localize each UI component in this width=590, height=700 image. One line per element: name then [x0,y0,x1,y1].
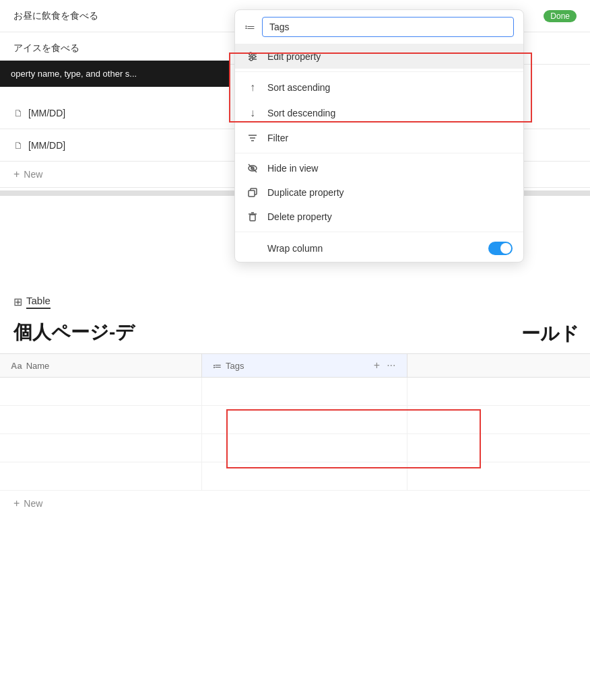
sliders-icon [246,51,259,62]
menu-item-sort-ascending[interactable]: ↑ Sort ascending [235,75,523,100]
plus-icon-bottom: + [13,497,20,510]
menu-item-edit-property[interactable]: Edit property [235,44,523,69]
col-header-name: Aa Name [0,354,202,377]
table-columns-header: Aa Name ≔ Tags + ··· [0,353,590,378]
divider-1 [235,71,523,72]
table-header: ⊞ Table [0,289,590,314]
menu-label-sort-descending: Sort descending [267,108,335,118]
col-header-tags[interactable]: ≔ Tags + ··· [202,354,407,377]
menu-item-wrap-column[interactable]: Wrap column [235,235,523,262]
table-title-row: 個人ページ-デ ールド [0,314,590,353]
svg-rect-14 [250,215,255,221]
new-label-bottom: New [24,498,42,509]
table-row [0,378,590,406]
name-cell-2 [0,406,202,433]
mmdd-value-1: [MM/DD] [28,108,65,118]
name-type-icon: Aa [11,361,22,371]
tags-cell-4 [202,462,407,490]
dropdown-search-row: ≔ [235,10,523,44]
table-data-rows [0,378,590,491]
plus-icon-top: + [13,168,20,180]
more-col-button[interactable]: ··· [387,359,395,372]
svg-point-4 [253,55,255,58]
japanese-text-1: お昼に飲食を食べる [13,10,98,22]
tags-cell-3 [202,434,407,462]
tags-cell-1 [202,378,407,405]
divider-3 [235,232,523,232]
table-grid-icon: ⊞ [13,295,22,308]
property-name-input[interactable] [262,17,514,37]
name-cell-1 [0,378,202,405]
menu-label-filter: Filter [267,133,288,143]
menu-label-wrap-column: Wrap column [267,243,323,254]
done-badge: Done [544,10,577,22]
table-row [0,462,590,491]
name-col-label: Name [26,361,50,371]
divider-2 [235,153,523,153]
menu-label-delete-property: Delete property [267,211,332,222]
tooltip-overlay: operty name, type, and other s... [0,61,229,87]
trash-icon [246,211,259,222]
add-col-button[interactable]: + [374,359,380,372]
filter-icon [246,133,259,143]
table-title-right: ールド [521,321,590,347]
menu-label-hide-in-view: Hide in view [267,163,318,174]
table-title-left: 個人ページ-デ [0,314,521,353]
menu-label-duplicate-property: Duplicate property [267,187,344,198]
extra-cell-1 [407,378,591,405]
japanese-text-2: アイスを食べる [13,42,79,55]
menu-item-sort-descending[interactable]: ↓ Sort descending [235,100,523,126]
arrow-down-icon: ↓ [246,107,259,119]
svg-point-3 [249,53,252,55]
extra-cell-3 [407,434,591,462]
menu-item-filter[interactable]: Filter [235,126,523,150]
svg-rect-13 [249,190,255,197]
table-row [0,406,590,434]
tags-col-label: Tags [226,361,244,371]
menu-label-sort-ascending: Sort ascending [267,82,330,93]
new-row-bottom[interactable]: + New [0,491,590,516]
name-cell-3 [0,434,202,462]
arrow-up-icon: ↑ [246,81,259,94]
table-row [0,434,590,462]
col-spacer [407,354,591,377]
eye-off-icon [246,163,259,174]
doc-icon-2: 🗋 [13,140,23,151]
doc-icon-1: 🗋 [13,108,23,118]
tags-type-icon: ≔ [213,361,222,371]
svg-point-5 [250,58,253,61]
new-label-top: New [24,169,42,180]
menu-item-delete-property[interactable]: Delete property [235,205,523,229]
tags-cell-2 [202,406,407,433]
menu-item-duplicate-property[interactable]: Duplicate property [235,180,523,205]
extra-cell-4 [407,462,591,490]
menu-item-hide-in-view[interactable]: Hide in view [235,156,523,180]
copy-icon [246,187,259,198]
table-label: Table [26,295,51,309]
list-icon-dd: ≔ [244,21,255,34]
table-section: ⊞ Table 個人ページ-デ ールド Aa Name ≔ Tags + ··· [0,289,590,516]
extra-cell-2 [407,406,591,433]
menu-label-edit-property: Edit property [267,51,321,62]
tooltip-text: operty name, type, and other s... [11,69,137,79]
mmdd-value-2: [MM/DD] [28,140,65,151]
name-cell-4 [0,462,202,490]
dropdown-menu: ≔ Edit property ↑ Sort ascending ↓ Sort … [234,9,524,262]
wrap-column-toggle[interactable] [488,242,513,255]
